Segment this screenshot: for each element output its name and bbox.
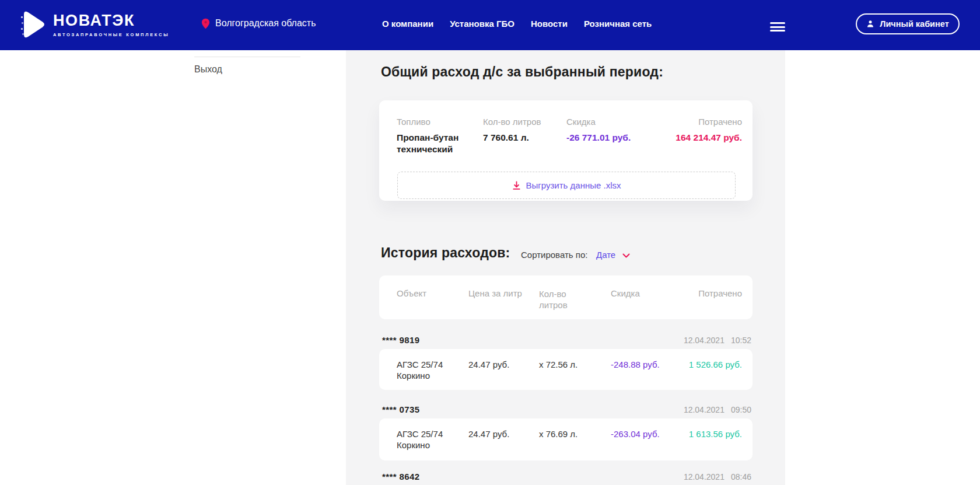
txn-price: 24.47 руб. xyxy=(468,359,509,370)
transaction-datetime: 12.04.2021 08:46 xyxy=(684,472,751,481)
txn-object: АГЗС 25/74 Коркино xyxy=(397,428,466,451)
summary-col-liters: Кол-во литров xyxy=(483,117,541,127)
transaction-date: 12.04.2021 xyxy=(684,336,724,345)
nav-item-news[interactable]: Новости xyxy=(531,19,568,29)
brand-logo[interactable]: НОВАТЭК АВТОЗАПРАВОЧНЫЕ КОМПЛЕКСЫ xyxy=(20,8,169,41)
sort-by-label: Сортировать по: xyxy=(521,250,587,260)
summary-liters-value: 7 760.61 л. xyxy=(483,132,529,144)
summary-col-fuel: Топливо xyxy=(397,117,430,127)
summary-discount-value: -26 771.01 руб. xyxy=(566,132,631,144)
chevron-down-icon[interactable] xyxy=(622,253,630,258)
summary-fuel-value: Пропан-бутан технический xyxy=(397,132,478,155)
transaction-meta: **** 9819 12.04.2021 10:52 xyxy=(382,335,751,345)
top-navbar: НОВАТЭК АВТОЗАПРАВОЧНЫЕ КОМПЛЕКСЫ Волгог… xyxy=(0,0,980,50)
txn-object: АГЗС 25/74 Коркино xyxy=(397,359,466,381)
summary-spent-value: 164 214.47 руб. xyxy=(676,132,742,144)
txn-qty: х 72.56 л. xyxy=(539,359,578,370)
txn-discount: -248.88 руб. xyxy=(611,359,660,370)
history-col-qty: Кол-во литров xyxy=(539,288,586,310)
export-xlsx-button[interactable]: Выгрузить данные .xlsx xyxy=(397,172,736,199)
nav-item-gbo[interactable]: Установка ГБО xyxy=(450,19,514,29)
map-pin-icon xyxy=(201,18,210,29)
card-number: **** 9819 xyxy=(382,335,420,345)
account-button[interactable]: Личный кабинет xyxy=(856,13,960,34)
transaction-card: АГЗС 25/74 Коркино 24.47 руб. х 72.56 л.… xyxy=(379,349,752,390)
sidebar: Выход xyxy=(0,50,346,485)
user-icon xyxy=(866,20,874,28)
sort-by-value[interactable]: Дате xyxy=(596,250,615,260)
transaction-meta: **** 8642 12.04.2021 08:46 xyxy=(382,472,751,481)
sidebar-divider xyxy=(194,57,300,57)
brand-tagline: АВТОЗАПРАВОЧНЫЕ КОМПЛЕКСЫ xyxy=(53,32,169,37)
summary-col-spent: Потрачено xyxy=(698,117,742,127)
history-title: История расходов: xyxy=(381,245,510,261)
card-number: **** 8642 xyxy=(382,472,420,481)
card-number: **** 0735 xyxy=(382,404,420,414)
nav-item-retail[interactable]: Розничная сеть xyxy=(584,19,652,29)
brand-name: НОВАТЭК xyxy=(53,12,169,29)
export-xlsx-label: Выгрузить данные .xlsx xyxy=(526,180,621,190)
history-col-discount: Скидка xyxy=(611,288,640,298)
summary-card: Топливо Кол-во литров Скидка Потрачено П… xyxy=(379,100,752,201)
transaction-datetime: 12.04.2021 09:50 xyxy=(684,405,751,414)
transaction-time: 10:52 xyxy=(731,336,751,345)
hamburger-icon[interactable] xyxy=(769,21,786,33)
region-selector[interactable]: Волгоградская область xyxy=(201,0,316,47)
history-col-price: Цена за литр xyxy=(468,288,522,298)
history-col-spent: Потрачено xyxy=(698,288,742,298)
transaction-time: 09:50 xyxy=(731,405,751,414)
txn-discount: -263.04 руб. xyxy=(611,428,660,439)
txn-price: 24.47 руб. xyxy=(468,428,509,439)
region-label: Волгоградская область xyxy=(215,18,316,29)
account-button-label: Личный кабинет xyxy=(880,19,949,29)
transaction-date: 12.04.2021 xyxy=(684,472,724,481)
main-nav: О компании Установка ГБО Новости Розничн… xyxy=(382,0,652,47)
transaction-time: 08:46 xyxy=(731,472,751,481)
history-header-card: Объект Цена за литр Кол-во литров Скидка… xyxy=(379,275,752,319)
nav-item-company[interactable]: О компании xyxy=(382,19,433,29)
transaction-date: 12.04.2021 xyxy=(684,405,724,414)
txn-total: 1 613.56 руб. xyxy=(689,428,742,439)
main-content: Общий расход д/с за выбранный период: То… xyxy=(346,50,785,485)
logout-link[interactable]: Выход xyxy=(194,64,222,75)
download-icon xyxy=(512,181,521,190)
txn-total: 1 526.66 руб. xyxy=(689,359,742,370)
play-triangle-logo-icon xyxy=(20,8,47,41)
history-col-object: Объект xyxy=(397,288,426,298)
summary-title: Общий расход д/с за выбранный период: xyxy=(381,64,663,80)
transaction-meta: **** 0735 12.04.2021 09:50 xyxy=(382,404,751,414)
summary-col-discount: Скидка xyxy=(566,117,596,127)
transaction-card: АГЗС 25/74 Коркино 24.47 руб. х 76.69 л.… xyxy=(379,418,752,460)
transaction-datetime: 12.04.2021 10:52 xyxy=(684,336,751,345)
txn-qty: х 76.69 л. xyxy=(539,428,578,439)
